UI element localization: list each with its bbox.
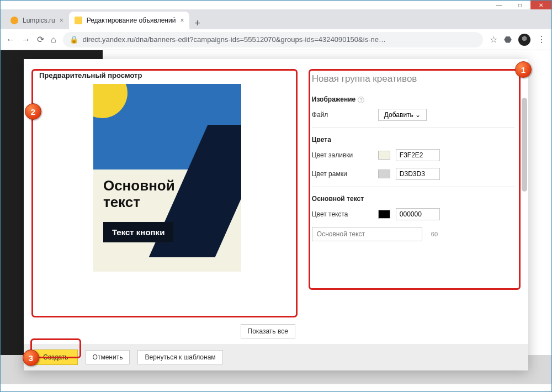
border-label: Цвет рамки <box>312 170 373 178</box>
window-titlebar: — □ ✕ <box>1 1 551 9</box>
main-text-input[interactable] <box>312 227 422 241</box>
creative-modal: × Предварительный просмотр Основной текс… <box>24 59 528 370</box>
close-icon[interactable]: × <box>60 17 63 24</box>
settings-pane: Новая группа креативов Изображение? Файл… <box>306 59 528 344</box>
home-icon[interactable]: ⌂ <box>51 35 56 45</box>
section-image: Изображение? <box>312 96 515 103</box>
add-file-button[interactable]: Добавить ⌄ <box>378 109 427 121</box>
border-swatch[interactable] <box>378 169 390 178</box>
fill-color-row: Цвет заливки <box>312 149 515 161</box>
reload-icon[interactable]: ⟳ <box>37 34 44 45</box>
marker-3: 3 <box>23 349 39 366</box>
modal-body: Предварительный просмотр Основной текст … <box>24 59 528 344</box>
browser-window: — □ ✕ Lumpics.ru × Редактирование объявл… <box>0 0 552 392</box>
main-text-input-row: 60 <box>312 227 515 241</box>
create-button[interactable]: Создать <box>34 349 78 365</box>
tab-title: Редактирование объявлений <box>87 17 176 24</box>
window-close[interactable]: ✕ <box>530 1 551 9</box>
url-text: direct.yandex.ru/dna/banners-edit?campai… <box>83 35 386 44</box>
char-limit: 60 <box>431 231 438 237</box>
modal-footer: Создать Отменить Вернуться к шаблонам <box>24 344 528 370</box>
tab-strip: Lumpics.ru × Редактирование объявлений ×… <box>1 9 551 29</box>
back-icon[interactable]: ← <box>6 35 15 45</box>
file-label: Файл <box>312 111 373 119</box>
border-color-input[interactable] <box>396 168 440 180</box>
fill-swatch[interactable] <box>378 151 390 160</box>
text-color-input[interactable] <box>396 208 440 220</box>
border-color-row: Цвет рамки <box>312 168 515 180</box>
text-color-row: Цвет текста <box>312 208 515 220</box>
tab-title: Lumpics.ru <box>23 17 55 24</box>
banner-preview: Основной текст Текст кнопки <box>93 84 241 272</box>
tab-lumpics[interactable]: Lumpics.ru × <box>5 12 69 29</box>
favicon-icon <box>75 17 82 24</box>
profile-avatar[interactable] <box>518 34 530 46</box>
separator <box>312 128 515 128</box>
show-all-button[interactable]: Показать все <box>241 324 295 338</box>
separator <box>312 187 515 187</box>
section-colors: Цвета <box>312 136 515 144</box>
window-maximize[interactable]: □ <box>509 1 530 9</box>
file-row: Файл Добавить ⌄ <box>312 109 515 121</box>
forward-icon[interactable]: → <box>22 35 30 45</box>
cancel-button[interactable]: Отменить <box>86 350 130 364</box>
fill-color-input[interactable] <box>396 149 440 161</box>
address-bar: ← → ⟳ ⌂ 🔒 direct.yandex.ru/dna/banners-e… <box>1 29 551 50</box>
textcolor-label: Цвет текста <box>312 210 373 218</box>
scrollbar[interactable] <box>522 98 527 192</box>
marker-1: 1 <box>515 61 532 78</box>
lock-icon: 🔒 <box>70 35 78 44</box>
textcolor-swatch[interactable] <box>378 210 390 219</box>
new-tab-button[interactable]: + <box>189 18 205 29</box>
url-box[interactable]: 🔒 direct.yandex.ru/dna/banners-edit?camp… <box>63 32 483 47</box>
fill-label: Цвет заливки <box>312 151 373 159</box>
help-icon[interactable]: ? <box>358 97 364 103</box>
panel-title: Новая группа креативов <box>312 73 515 84</box>
preview-title: Предварительный просмотр <box>39 71 295 80</box>
menu-icon[interactable]: ⋮ <box>537 34 546 45</box>
preview-pane: Предварительный просмотр Основной текст … <box>24 59 306 344</box>
banner-button: Текст кнопки <box>103 222 173 242</box>
bookmark-star-icon[interactable]: ☆ <box>490 34 497 45</box>
close-icon[interactable]: × <box>180 17 184 24</box>
tab-edit-ads[interactable]: Редактирование объявлений × <box>69 12 190 29</box>
extension-icon[interactable]: ⬣ <box>504 34 512 45</box>
back-to-templates-button[interactable]: Вернуться к шаблонам <box>137 350 222 364</box>
section-main-text: Основной текст <box>312 195 515 203</box>
window-minimize[interactable]: — <box>489 1 509 9</box>
browser-footer <box>1 384 551 391</box>
marker-2: 2 <box>25 103 41 120</box>
favicon-icon <box>10 17 18 24</box>
banner-main-text: Основной текст <box>103 178 192 211</box>
